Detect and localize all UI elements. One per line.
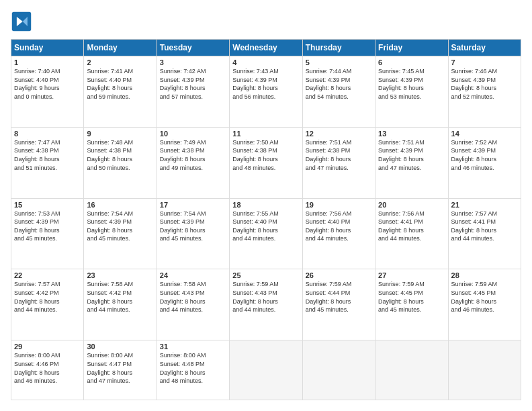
day-number: 5 — [306, 58, 372, 66]
calendar-week-row: 29Sunrise: 8:00 AM Sunset: 4:46 PM Dayli… — [11, 340, 521, 400]
day-info: Sunrise: 7:58 AM Sunset: 4:43 PM Dayligh… — [160, 280, 226, 314]
logo-icon — [11, 11, 32, 32]
calendar-day-cell: 8Sunrise: 7:47 AM Sunset: 4:38 PM Daylig… — [11, 127, 84, 198]
day-number: 28 — [451, 271, 518, 279]
calendar-day-cell: 15Sunrise: 7:53 AM Sunset: 4:39 PM Dayli… — [11, 198, 84, 269]
day-info: Sunrise: 7:42 AM Sunset: 4:39 PM Dayligh… — [160, 67, 226, 101]
day-number: 25 — [232, 271, 299, 279]
day-info: Sunrise: 7:44 AM Sunset: 4:39 PM Dayligh… — [306, 67, 372, 101]
day-info: Sunrise: 7:45 AM Sunset: 4:39 PM Dayligh… — [378, 67, 445, 101]
calendar-day-cell: 28Sunrise: 7:59 AM Sunset: 4:45 PM Dayli… — [448, 269, 521, 340]
day-info: Sunrise: 7:56 AM Sunset: 4:40 PM Dayligh… — [306, 210, 372, 243]
calendar-week-row: 1Sunrise: 7:40 AM Sunset: 4:40 PM Daylig… — [11, 56, 521, 128]
calendar-day-cell: 6Sunrise: 7:45 AM Sunset: 4:39 PM Daylig… — [375, 56, 448, 128]
day-of-week-header: Friday — [375, 40, 448, 56]
day-info: Sunrise: 7:48 AM Sunset: 4:38 PM Dayligh… — [87, 138, 153, 172]
day-number: 10 — [160, 130, 226, 138]
day-number: 2 — [87, 58, 153, 66]
day-number: 1 — [14, 58, 81, 66]
day-number: 30 — [87, 342, 153, 351]
day-number: 6 — [378, 58, 445, 66]
day-number: 31 — [160, 342, 226, 351]
day-number: 20 — [378, 201, 445, 209]
calendar-day-cell: 22Sunrise: 7:57 AM Sunset: 4:42 PM Dayli… — [11, 269, 84, 340]
day-number: 12 — [306, 130, 372, 138]
calendar-day-cell: 21Sunrise: 7:57 AM Sunset: 4:41 PM Dayli… — [448, 198, 521, 269]
calendar-day-cell: 27Sunrise: 7:59 AM Sunset: 4:45 PM Dayli… — [375, 269, 448, 340]
day-info: Sunrise: 7:56 AM Sunset: 4:41 PM Dayligh… — [378, 210, 445, 243]
calendar-day-cell: 20Sunrise: 7:56 AM Sunset: 4:41 PM Dayli… — [375, 198, 448, 269]
day-info: Sunrise: 7:47 AM Sunset: 4:38 PM Dayligh… — [14, 138, 81, 172]
day-number: 16 — [87, 201, 153, 209]
day-info: Sunrise: 7:43 AM Sunset: 4:39 PM Dayligh… — [232, 67, 299, 101]
day-of-week-header: Sunday — [11, 40, 84, 56]
calendar-day-cell: 26Sunrise: 7:59 AM Sunset: 4:44 PM Dayli… — [302, 269, 375, 340]
calendar-table: SundayMondayTuesdayWednesdayThursdayFrid… — [11, 39, 521, 400]
day-number: 22 — [14, 271, 81, 279]
day-of-week-header: Wednesday — [230, 40, 302, 56]
day-info: Sunrise: 7:46 AM Sunset: 4:39 PM Dayligh… — [451, 67, 518, 101]
calendar-day-cell: 12Sunrise: 7:51 AM Sunset: 4:38 PM Dayli… — [302, 127, 375, 198]
calendar-day-cell: 14Sunrise: 7:52 AM Sunset: 4:39 PM Dayli… — [448, 127, 521, 198]
calendar-day-cell — [375, 340, 448, 400]
calendar-day-cell: 13Sunrise: 7:51 AM Sunset: 4:39 PM Dayli… — [375, 127, 448, 198]
calendar-day-cell: 30Sunrise: 8:00 AM Sunset: 4:47 PM Dayli… — [84, 340, 157, 400]
day-info: Sunrise: 7:59 AM Sunset: 4:45 PM Dayligh… — [451, 280, 518, 314]
calendar-day-cell — [302, 340, 375, 400]
day-info: Sunrise: 7:55 AM Sunset: 4:40 PM Dayligh… — [232, 210, 299, 243]
day-info: Sunrise: 7:57 AM Sunset: 4:42 PM Dayligh… — [14, 280, 81, 314]
day-info: Sunrise: 7:49 AM Sunset: 4:38 PM Dayligh… — [160, 138, 226, 172]
calendar-day-cell: 31Sunrise: 8:00 AM Sunset: 4:48 PM Dayli… — [157, 340, 229, 400]
day-number: 21 — [451, 201, 518, 209]
day-of-week-header: Monday — [84, 40, 157, 56]
day-number: 19 — [306, 201, 372, 209]
calendar-day-cell: 16Sunrise: 7:54 AM Sunset: 4:39 PM Dayli… — [84, 198, 157, 269]
day-info: Sunrise: 8:00 AM Sunset: 4:48 PM Dayligh… — [160, 351, 226, 385]
day-number: 7 — [451, 58, 518, 66]
day-info: Sunrise: 7:53 AM Sunset: 4:39 PM Dayligh… — [14, 210, 81, 243]
day-info: Sunrise: 7:41 AM Sunset: 4:40 PM Dayligh… — [87, 67, 153, 101]
day-of-week-header: Tuesday — [157, 40, 229, 56]
calendar-day-cell: 2Sunrise: 7:41 AM Sunset: 4:40 PM Daylig… — [84, 56, 157, 128]
day-number: 29 — [14, 342, 81, 351]
day-info: Sunrise: 7:54 AM Sunset: 4:39 PM Dayligh… — [87, 210, 153, 243]
day-info: Sunrise: 7:40 AM Sunset: 4:40 PM Dayligh… — [14, 67, 81, 101]
calendar-day-cell: 9Sunrise: 7:48 AM Sunset: 4:38 PM Daylig… — [84, 127, 157, 198]
calendar-day-cell: 19Sunrise: 7:56 AM Sunset: 4:40 PM Dayli… — [302, 198, 375, 269]
day-info: Sunrise: 7:57 AM Sunset: 4:41 PM Dayligh… — [451, 210, 518, 243]
day-number: 8 — [14, 130, 81, 138]
day-info: Sunrise: 7:51 AM Sunset: 4:38 PM Dayligh… — [306, 138, 372, 172]
calendar-day-cell: 18Sunrise: 7:55 AM Sunset: 4:40 PM Dayli… — [230, 198, 302, 269]
day-info: Sunrise: 7:52 AM Sunset: 4:39 PM Dayligh… — [451, 138, 518, 172]
calendar-day-cell: 24Sunrise: 7:58 AM Sunset: 4:43 PM Dayli… — [157, 269, 229, 340]
day-info: Sunrise: 7:51 AM Sunset: 4:39 PM Dayligh… — [378, 138, 445, 172]
day-info: Sunrise: 8:00 AM Sunset: 4:47 PM Dayligh… — [87, 351, 153, 385]
day-info: Sunrise: 7:59 AM Sunset: 4:43 PM Dayligh… — [232, 280, 299, 314]
page: SundayMondayTuesdayWednesdayThursdayFrid… — [0, 0, 532, 411]
day-number: 15 — [14, 201, 81, 209]
day-number: 9 — [87, 130, 153, 138]
calendar-day-cell: 1Sunrise: 7:40 AM Sunset: 4:40 PM Daylig… — [11, 56, 84, 128]
day-number: 24 — [160, 271, 226, 279]
day-of-week-header: Thursday — [302, 40, 375, 56]
calendar-day-cell: 17Sunrise: 7:54 AM Sunset: 4:39 PM Dayli… — [157, 198, 229, 269]
day-number: 14 — [451, 130, 518, 138]
day-number: 17 — [160, 201, 226, 209]
day-number: 18 — [232, 201, 299, 209]
day-number: 11 — [232, 130, 299, 138]
calendar-day-cell: 7Sunrise: 7:46 AM Sunset: 4:39 PM Daylig… — [448, 56, 521, 128]
calendar-day-cell: 5Sunrise: 7:44 AM Sunset: 4:39 PM Daylig… — [302, 56, 375, 128]
calendar-header-row: SundayMondayTuesdayWednesdayThursdayFrid… — [11, 40, 521, 56]
day-info: Sunrise: 8:00 AM Sunset: 4:46 PM Dayligh… — [14, 351, 81, 385]
calendar-day-cell — [230, 340, 302, 400]
calendar-week-row: 22Sunrise: 7:57 AM Sunset: 4:42 PM Dayli… — [11, 269, 521, 340]
calendar-week-row: 8Sunrise: 7:47 AM Sunset: 4:38 PM Daylig… — [11, 127, 521, 198]
calendar-day-cell: 11Sunrise: 7:50 AM Sunset: 4:38 PM Dayli… — [230, 127, 302, 198]
calendar-day-cell: 3Sunrise: 7:42 AM Sunset: 4:39 PM Daylig… — [157, 56, 229, 128]
day-number: 27 — [378, 271, 445, 279]
logo — [11, 11, 35, 32]
calendar-day-cell: 29Sunrise: 8:00 AM Sunset: 4:46 PM Dayli… — [11, 340, 84, 400]
day-number: 23 — [87, 271, 153, 279]
calendar-day-cell: 25Sunrise: 7:59 AM Sunset: 4:43 PM Dayli… — [230, 269, 302, 340]
day-info: Sunrise: 7:58 AM Sunset: 4:42 PM Dayligh… — [87, 280, 153, 314]
